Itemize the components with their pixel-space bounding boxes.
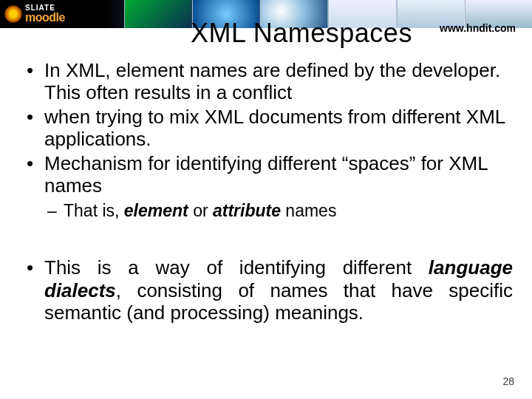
list-item: when trying to mix XML documents from di…	[24, 106, 513, 151]
list-item: Mechanism for identifying different “spa…	[24, 152, 513, 222]
list-item: This is a way of identifying different l…	[24, 256, 513, 324]
list-item: That is, element or attribute names	[44, 201, 513, 221]
page-number: 28	[502, 375, 514, 387]
bullet-list: This is a way of identifying different l…	[24, 256, 513, 324]
site-url: www.hndit.com	[440, 22, 516, 34]
list-item: In XML, element names are defined by the…	[24, 59, 513, 104]
bullet-list: In XML, element names are defined by the…	[24, 59, 513, 221]
slide-body: www.hndit.com XML Namespaces In XML, ele…	[0, 18, 532, 389]
sub-list: That is, element or attribute names	[44, 201, 513, 221]
